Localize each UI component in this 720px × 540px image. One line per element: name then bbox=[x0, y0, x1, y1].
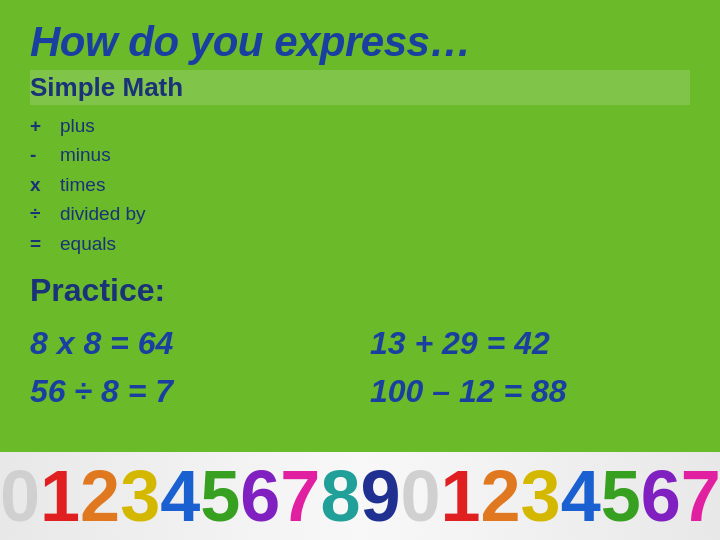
page-title: How do you express… bbox=[30, 18, 690, 66]
strip-number: 6 bbox=[240, 460, 280, 532]
main-content: How do you express… Simple Math +plus-mi… bbox=[0, 0, 720, 452]
equations-grid: 8 x 8 = 6413 + 29 = 4256 ÷ 8 = 7100 – 12… bbox=[30, 319, 690, 415]
math-list-item: =equals bbox=[30, 229, 690, 258]
math-symbol: = bbox=[30, 229, 48, 258]
math-list-item: +plus bbox=[30, 111, 690, 140]
math-label: divided by bbox=[60, 199, 146, 228]
strip-number: 4 bbox=[160, 460, 200, 532]
math-list-item: ÷divided by bbox=[30, 199, 690, 228]
strip-number: 4 bbox=[561, 460, 601, 532]
math-symbol: + bbox=[30, 111, 48, 140]
math-list: +plus-minusxtimes÷divided by=equals bbox=[30, 111, 690, 258]
equation: 13 + 29 = 42 bbox=[370, 319, 690, 367]
math-label: times bbox=[60, 170, 105, 199]
strip-number: 0 bbox=[400, 460, 440, 532]
strip-number: 2 bbox=[80, 460, 120, 532]
strip-number: 1 bbox=[441, 460, 481, 532]
math-symbol: x bbox=[30, 170, 48, 199]
practice-title: Practice: bbox=[30, 272, 690, 309]
strip-number: 7 bbox=[280, 460, 320, 532]
strip-numbers: 01234567890123456789 bbox=[0, 452, 720, 540]
section-title: Simple Math bbox=[30, 70, 690, 105]
strip-number: 9 bbox=[360, 460, 400, 532]
math-label: equals bbox=[60, 229, 116, 258]
math-label: plus bbox=[60, 111, 95, 140]
math-symbol: ÷ bbox=[30, 199, 48, 228]
math-list-item: -minus bbox=[30, 140, 690, 169]
strip-number: 3 bbox=[120, 460, 160, 532]
strip-number: 3 bbox=[521, 460, 561, 532]
strip-number: 1 bbox=[40, 460, 80, 532]
strip-number: 5 bbox=[601, 460, 641, 532]
strip-number: 7 bbox=[681, 460, 720, 532]
strip-number: 0 bbox=[0, 460, 40, 532]
math-symbol: - bbox=[30, 140, 48, 169]
strip-number: 5 bbox=[200, 460, 240, 532]
math-list-item: xtimes bbox=[30, 170, 690, 199]
equation: 100 – 12 = 88 bbox=[370, 367, 690, 415]
strip-number: 6 bbox=[641, 460, 681, 532]
slide: How do you express… Simple Math +plus-mi… bbox=[0, 0, 720, 540]
strip-number: 8 bbox=[320, 460, 360, 532]
strip-number: 2 bbox=[481, 460, 521, 532]
equation: 56 ÷ 8 = 7 bbox=[30, 367, 350, 415]
math-label: minus bbox=[60, 140, 111, 169]
number-strip: 01234567890123456789 bbox=[0, 452, 720, 540]
equation: 8 x 8 = 64 bbox=[30, 319, 350, 367]
